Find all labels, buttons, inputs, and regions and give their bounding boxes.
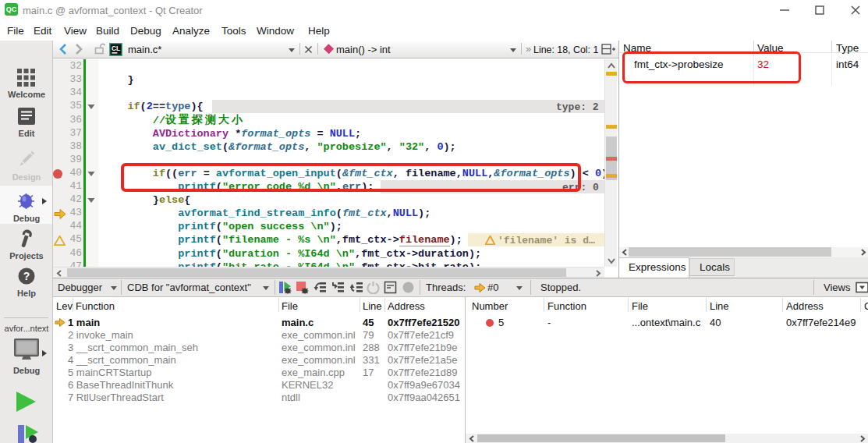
svg-text:CL: CL: [112, 44, 120, 52]
svg-text:?: ?: [23, 270, 30, 282]
